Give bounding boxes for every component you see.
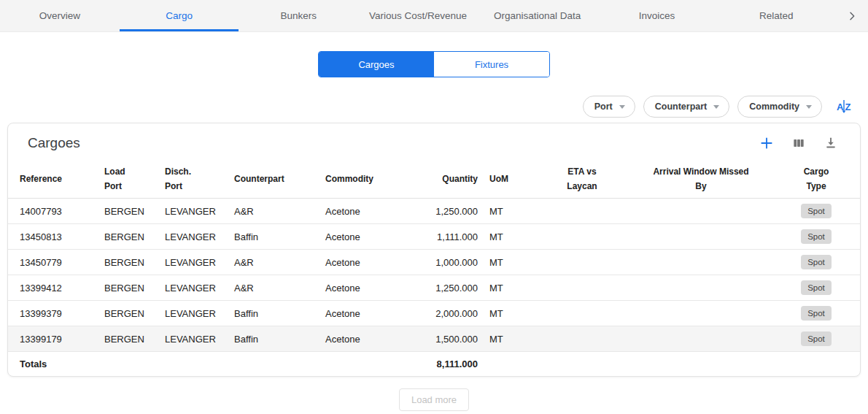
cell-quantity: 1,000.000 (411, 250, 484, 275)
filter-label: Commodity (749, 101, 799, 112)
cell-load-port: BERGEN (98, 275, 159, 301)
totals-label: Totals (8, 352, 411, 377)
cell-uom: MT (484, 224, 535, 250)
cell-arrival-window-missed-by (629, 326, 772, 352)
tab-cargo[interactable]: Cargo (120, 0, 239, 31)
column-header-cargo-type[interactable]: Cargo Type (772, 160, 860, 199)
cell-commodity: Acetone (319, 301, 411, 326)
cell-reference: 13399379 (8, 301, 98, 326)
tab-invoices[interactable]: Invoices (597, 0, 717, 31)
chevron-down-icon (713, 105, 719, 109)
cell-disch-port: LEVANGER (159, 250, 228, 275)
cell-reference: 13450813 (8, 224, 98, 250)
table-row[interactable]: 14007793BERGENLEVANGERA&RAcetone1,250.00… (8, 199, 860, 224)
cell-eta-vs-laycan (535, 275, 629, 301)
cell-cargo-type: Spot (772, 250, 860, 275)
tab-various-cost-revenue[interactable]: Various Cost/Revenue (358, 0, 478, 31)
svg-text:A: A (837, 101, 844, 112)
load-more-button[interactable]: Load more (399, 388, 469, 411)
cell-disch-port: LEVANGER (159, 326, 228, 352)
chevron-down-icon (806, 105, 812, 109)
column-header-uom[interactable]: UoM (484, 160, 535, 199)
table-row[interactable]: 13450813BERGENLEVANGERBaffinAcetone1,111… (8, 224, 860, 250)
table-row[interactable]: 13399179BERGENLEVANGERBaffinAcetone1,500… (8, 326, 860, 352)
page-title: Cargoes (28, 135, 80, 151)
column-header-counterpart[interactable]: Counterpart (228, 160, 319, 199)
filter-commodity[interactable]: Commodity (737, 96, 822, 118)
cell-uom: MT (484, 250, 535, 275)
cargo-type-badge: Spot (801, 306, 832, 321)
toggle-cargoes[interactable]: Cargoes (319, 52, 434, 77)
cargo-type-badge: Spot (801, 229, 832, 244)
column-header-load-port[interactable]: Load Port (98, 160, 159, 199)
column-header-eta-vs-laycan[interactable]: ETA vs Laycan (535, 160, 629, 199)
nav-more-button[interactable] (836, 0, 868, 31)
add-cargo-button[interactable] (759, 136, 774, 150)
cell-eta-vs-laycan (535, 224, 629, 250)
totals-quantity: 8,111.000 (411, 352, 484, 377)
download-icon (824, 136, 838, 150)
cell-commodity: Acetone (319, 250, 411, 275)
cell-counterpart: Baffin (228, 301, 319, 326)
column-header-disch-port[interactable]: Disch. Port (159, 160, 228, 199)
svg-text:Z: Z (845, 101, 851, 112)
view-toggle: CargoesFixtures (318, 51, 550, 77)
cell-commodity: Acetone (319, 326, 411, 352)
column-header-commodity[interactable]: Commodity (319, 160, 411, 199)
cell-commodity: Acetone (319, 199, 411, 224)
column-header-arrival-window-missed-by[interactable]: Arrival Window Missed By (629, 160, 772, 199)
cell-uom: MT (484, 326, 535, 352)
tab-related[interactable]: Related (716, 0, 836, 31)
cell-reference: 13399179 (8, 326, 98, 352)
cell-disch-port: LEVANGER (159, 301, 228, 326)
sort-alphabetical-icon: A Z (836, 98, 853, 115)
column-header-quantity[interactable]: Quantity (411, 160, 484, 199)
cell-uom: MT (484, 199, 535, 224)
cell-quantity: 1,250.000 (411, 199, 484, 224)
cell-commodity: Acetone (319, 224, 411, 250)
cargo-type-badge: Spot (801, 331, 832, 346)
nav-tabs: OverviewCargoBunkersVarious Cost/Revenue… (0, 0, 836, 31)
table-row[interactable]: 13450779BERGENLEVANGERA&RAcetone1,000.00… (8, 250, 860, 275)
cell-reference: 13450779 (8, 250, 98, 275)
cell-cargo-type: Spot (772, 301, 860, 326)
cell-arrival-window-missed-by (629, 275, 772, 301)
cell-counterpart: Baffin (228, 224, 319, 250)
table-row[interactable]: 13399412BERGENLEVANGERA&RAcetone1,250.00… (8, 275, 860, 301)
toggle-fixtures[interactable]: Fixtures (434, 52, 549, 77)
table-row[interactable]: 13399379BERGENLEVANGERBaffinAcetone2,000… (8, 301, 860, 326)
tab-organisational-data[interactable]: Organisational Data (478, 0, 597, 31)
cell-eta-vs-laycan (535, 199, 629, 224)
download-button[interactable] (824, 136, 838, 150)
cell-disch-port: LEVANGER (159, 224, 228, 250)
cell-arrival-window-missed-by (629, 301, 772, 326)
cell-quantity: 2,000.000 (411, 301, 484, 326)
columns-button[interactable] (791, 136, 806, 150)
cell-load-port: BERGEN (98, 250, 159, 275)
cargoes-card: Cargoes (7, 123, 861, 377)
cell-arrival-window-missed-by (629, 199, 772, 224)
cell-cargo-type: Spot (772, 224, 860, 250)
table-body: 14007793BERGENLEVANGERA&RAcetone1,250.00… (8, 199, 860, 352)
filter-row: PortCounterpartCommodity A Z (0, 96, 868, 118)
cell-counterpart: A&R (228, 250, 319, 275)
cell-load-port: BERGEN (98, 224, 159, 250)
card-header: Cargoes (8, 123, 860, 160)
chevron-down-icon (619, 105, 625, 109)
cell-cargo-type: Spot (772, 326, 860, 352)
plus-icon (759, 136, 774, 150)
filter-port[interactable]: Port (583, 96, 635, 118)
filter-counterpart[interactable]: Counterpart (643, 96, 730, 118)
cell-quantity: 1,111.000 (411, 224, 484, 250)
top-navigation: OverviewCargoBunkersVarious Cost/Revenue… (0, 0, 868, 32)
column-header-reference[interactable]: Reference (8, 160, 98, 199)
tab-bunkers[interactable]: Bunkers (239, 0, 358, 31)
filter-label: Counterpart (655, 101, 708, 112)
sort-button[interactable]: A Z (836, 98, 853, 115)
cell-counterpart: Baffin (228, 326, 319, 352)
cell-load-port: BERGEN (98, 199, 159, 224)
cargoes-table: ReferenceLoad PortDisch. PortCounterpart… (8, 160, 860, 376)
cell-counterpart: A&R (228, 199, 319, 224)
cell-quantity: 1,500.000 (411, 326, 484, 352)
tab-overview[interactable]: Overview (0, 0, 120, 31)
